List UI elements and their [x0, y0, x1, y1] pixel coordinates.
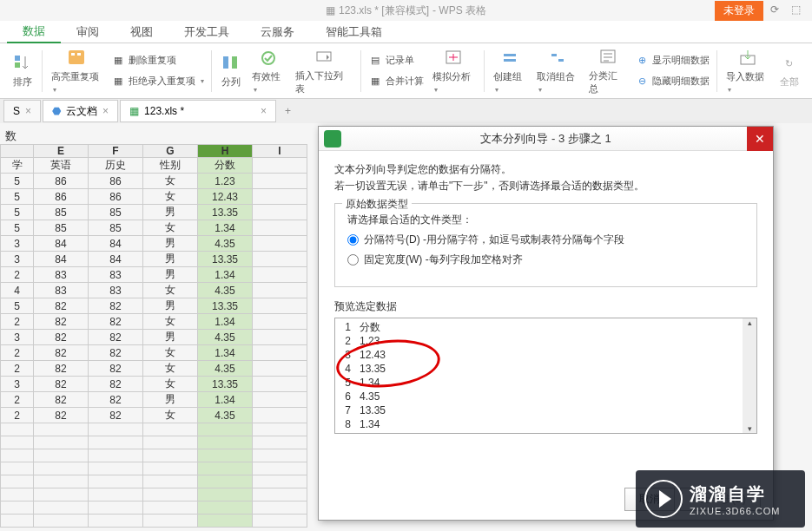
radio-delimited-input[interactable]: [347, 234, 359, 246]
watermark: 溜溜自学 ZIXUE.3D66.COM: [636, 470, 805, 528]
login-button[interactable]: 未登录: [715, 1, 763, 21]
cloud-sync-icon[interactable]: ⟳: [770, 3, 784, 17]
close-icon[interactable]: ×: [261, 105, 267, 117]
remove-dup-button[interactable]: ▦ 删除重复项: [108, 52, 208, 69]
show-detail-button[interactable]: ⊕ 显示明细数据: [631, 52, 713, 69]
col-header[interactable]: F: [89, 145, 143, 158]
columns-icon: [221, 53, 241, 74]
remove-dup-icon: ▦: [111, 54, 125, 68]
form-icon: ▤: [368, 54, 382, 68]
reject-dup-icon: ▦: [111, 75, 125, 88]
scrollbar[interactable]: ▴▾: [743, 318, 756, 433]
tab-cloud-doc[interactable]: ⬣ 云文档 ×: [43, 100, 118, 122]
titlebar: ▦ 123.xls * [兼容模式] - WPS 表格 未登录 ⟳ ⬚: [0, 0, 812, 21]
group-icon: [499, 48, 520, 69]
consolidate-icon: ▦: [368, 75, 382, 88]
svg-point-7: [262, 52, 274, 64]
expand-icon: ⊕: [635, 54, 649, 68]
highlight-dup-icon: [67, 48, 88, 69]
col-header[interactable]: G: [143, 145, 198, 158]
col-header[interactable]: I: [253, 145, 307, 158]
svg-rect-1: [15, 62, 20, 68]
import-data-button[interactable]: 导入数据▾: [721, 46, 774, 95]
tab-cloud[interactable]: 云服务: [245, 21, 310, 43]
new-tab-button[interactable]: +: [278, 105, 298, 117]
svg-rect-4: [77, 53, 81, 56]
tab-smart[interactable]: 智能工具箱: [310, 21, 398, 43]
preview-box: 1分数21.23312.43413.3551.3464.35713.3581.3…: [334, 318, 757, 434]
fieldset-legend: 原始数据类型: [342, 197, 412, 212]
svg-rect-2: [69, 50, 84, 64]
spreadsheet[interactable]: EFGHI学英语历史性别分数58686女1.2358686女12.4358585…: [0, 144, 307, 528]
ungroup-button[interactable]: 取消组合▾: [531, 46, 584, 95]
radio-delimited[interactable]: 分隔符号(D) -用分隔字符，如逗号或制表符分隔每个字段: [347, 233, 744, 247]
close-icon[interactable]: ×: [102, 105, 109, 117]
ungroup-icon: [547, 48, 568, 69]
import-icon: [737, 48, 758, 69]
ribbon: 排序 高亮重复项▾ ▦ 删除重复项 ▦ 拒绝录入重复项▾ 分列 有效性▾: [0, 43, 812, 99]
whatif-button[interactable]: 模拟分析▾: [427, 46, 480, 95]
preview-label: 预览选定数据: [334, 299, 757, 314]
tab-data[interactable]: 数据: [7, 21, 61, 43]
validation-button[interactable]: 有效性▾: [247, 46, 290, 95]
insert-dropdown-button[interactable]: 插入下拉列表: [290, 45, 356, 97]
sheet-corner: 数: [5, 128, 17, 144]
svg-rect-11: [504, 59, 516, 62]
title-file: 123.xls * [兼容模式]: [339, 3, 429, 18]
dropdown-icon: [314, 47, 334, 68]
play-icon: [644, 480, 683, 518]
cloud-icon: ⬣: [52, 105, 61, 117]
tab-review[interactable]: 审阅: [61, 21, 115, 43]
svg-rect-3: [71, 53, 75, 56]
tabbar: S× ⬣ 云文档 × ▦ 123.xls * × +: [0, 99, 812, 123]
hide-detail-button[interactable]: ⊖ 隐藏明细数据: [631, 73, 713, 90]
col-header[interactable]: E: [34, 145, 89, 158]
svg-rect-10: [504, 54, 516, 56]
title-app: - WPS 表格: [432, 3, 486, 18]
highlight-dup-button[interactable]: 高亮重复项▾: [46, 46, 108, 95]
whatif-icon: [443, 48, 464, 69]
cube-icon[interactable]: ⬚: [791, 3, 805, 17]
window-title: ▦ 123.xls * [兼容模式] - WPS 表格: [326, 3, 486, 18]
radio-fixed-input[interactable]: [347, 254, 359, 266]
dialog-desc-2: 若一切设置无误，请单击"下一步"，否则请选择最合适的数据类型。: [334, 178, 757, 194]
xls-icon: ▦: [129, 105, 139, 117]
dialog-title: 文本分列向导 - 3 步骤之 1: [480, 131, 611, 147]
svg-rect-0: [15, 56, 20, 61]
type-prompt: 请选择最合适的文件类型：: [347, 213, 744, 227]
sort-icon: [12, 53, 33, 74]
tab-view[interactable]: 视图: [115, 21, 168, 43]
collapse-icon: ⊖: [635, 75, 649, 88]
wps-icon: [324, 130, 341, 148]
watermark-sub: ZIXUE.3D66.COM: [690, 506, 780, 516]
sort-button[interactable]: 排序: [7, 51, 38, 90]
watermark-main: 溜溜自学: [690, 482, 780, 506]
menubar: 数据 审阅 视图 开发工具 云服务 智能工具箱: [0, 21, 812, 43]
group-button[interactable]: 创建组▾: [488, 46, 531, 95]
form-button[interactable]: ▤ 记录单: [365, 52, 427, 69]
doc-icon: ▦: [326, 4, 335, 16]
text-to-columns-button[interactable]: 分列: [215, 51, 247, 90]
close-button[interactable]: ✕: [747, 127, 773, 151]
col-header[interactable]: H: [198, 145, 253, 158]
svg-rect-6: [232, 56, 237, 69]
data-type-fieldset: 原始数据类型 请选择最合适的文件类型： 分隔符号(D) -用分隔字符，如逗号或制…: [334, 203, 757, 287]
radio-fixed[interactable]: 固定宽度(W) -每列字段加空格对齐: [347, 252, 744, 267]
close-icon[interactable]: ×: [25, 105, 31, 117]
tab-unknown[interactable]: S×: [3, 100, 41, 122]
tab-file[interactable]: ▦ 123.xls * ×: [120, 100, 276, 122]
subtotal-icon: [597, 47, 618, 68]
reject-dup-button[interactable]: ▦ 拒绝录入重复项▾: [108, 73, 208, 90]
consolidate-button[interactable]: ▦ 合并计算: [365, 73, 427, 90]
dialog-desc-1: 文本分列向导判定您的数据有分隔符。: [334, 161, 757, 178]
validation-icon: [258, 48, 279, 69]
svg-rect-5: [223, 56, 228, 69]
tab-devtools[interactable]: 开发工具: [168, 21, 245, 43]
refresh-icon: ↻: [779, 53, 800, 74]
svg-rect-13: [558, 59, 564, 62]
text-to-columns-dialog: 文本分列向导 - 3 步骤之 1 ✕ 文本分列向导判定您的数据有分隔符。 若一切…: [318, 126, 774, 521]
svg-rect-12: [551, 54, 557, 56]
refresh-all-button[interactable]: ↻ 全部: [774, 51, 805, 90]
svg-rect-8: [317, 52, 331, 61]
subtotal-button[interactable]: 分类汇总: [584, 45, 631, 97]
